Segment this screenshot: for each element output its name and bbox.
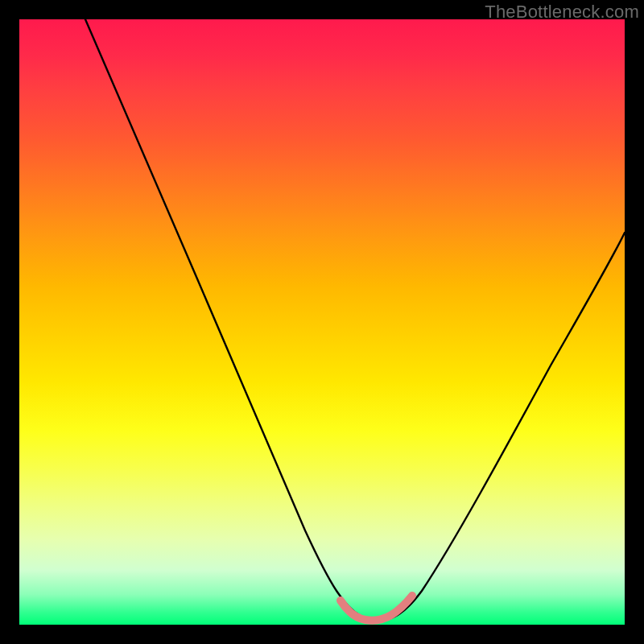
- chart-svg: [19, 19, 625, 625]
- plot-area: [19, 19, 625, 625]
- chart-container: TheBottleneck.com: [0, 0, 644, 644]
- bottleneck-curve: [85, 19, 625, 621]
- optimal-zone-highlight: [341, 596, 412, 621]
- watermark-text: TheBottleneck.com: [485, 2, 639, 23]
